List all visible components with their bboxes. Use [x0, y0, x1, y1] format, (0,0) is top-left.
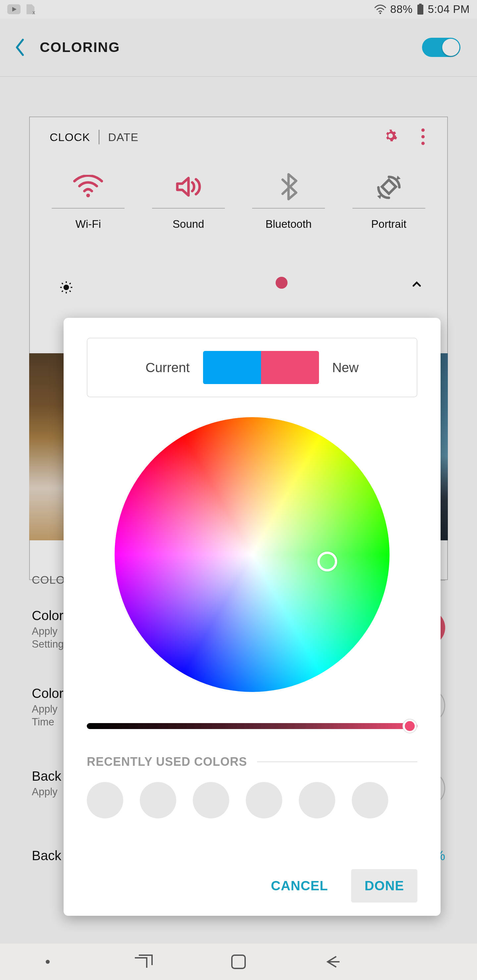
- done-button[interactable]: DONE: [351, 869, 417, 902]
- new-color-swatch: [261, 351, 319, 384]
- nav-hint-dot: [46, 960, 50, 964]
- recent-color-chip[interactable]: [140, 782, 176, 818]
- brightness-slider[interactable]: [87, 715, 417, 735]
- current-color-swatch: [203, 351, 261, 384]
- new-label: New: [332, 360, 359, 375]
- current-label: Current: [145, 360, 190, 375]
- recent-colors-row: [87, 782, 417, 818]
- slider-thumb[interactable]: [403, 719, 416, 733]
- back-button[interactable]: [323, 954, 344, 970]
- recent-color-chip[interactable]: [352, 782, 388, 818]
- recent-color-chip[interactable]: [87, 782, 123, 818]
- android-nav-bar: [0, 943, 477, 980]
- recents-button[interactable]: [133, 954, 154, 970]
- color-picker-dialog: Current New RECENTLY USED COLORS CANCEL …: [64, 318, 440, 916]
- color-compare-panel: Current New: [87, 338, 417, 397]
- cancel-button[interactable]: CANCEL: [258, 869, 341, 902]
- recent-color-chip[interactable]: [246, 782, 282, 818]
- color-wheel-cursor[interactable]: [317, 552, 337, 571]
- color-wheel[interactable]: [115, 417, 389, 692]
- recent-color-chip[interactable]: [193, 782, 229, 818]
- home-button[interactable]: [229, 953, 248, 971]
- recent-colors-heading: RECENTLY USED COLORS: [87, 755, 247, 769]
- recent-color-chip[interactable]: [299, 782, 335, 818]
- svg-rect-17: [232, 955, 245, 969]
